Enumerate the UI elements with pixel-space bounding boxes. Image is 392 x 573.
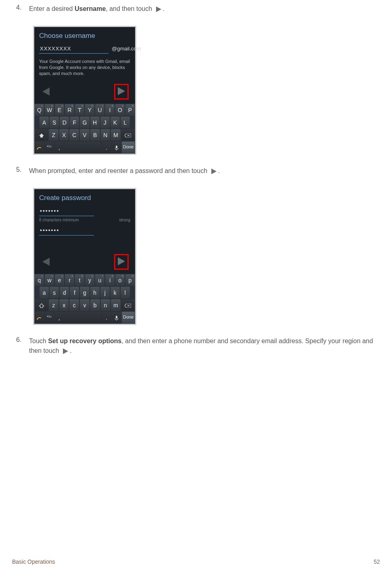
step-text: When prompted, enter and reenter a passw… [29, 166, 380, 176]
key-q[interactable]: 1Q [35, 104, 44, 116]
comma-key[interactable]: , [54, 312, 64, 323]
symbols-key[interactable]: +!= [45, 142, 54, 153]
key-b[interactable]: B [90, 129, 100, 141]
svg-marker-10 [42, 258, 50, 266]
step-text: Enter a desired Username, and then touch… [29, 4, 380, 14]
svg-marker-1 [42, 88, 50, 96]
key-b[interactable]: b [90, 299, 100, 311]
back-arrow-icon[interactable] [41, 256, 51, 267]
step-number: 4. [12, 4, 29, 11]
key-v[interactable]: v [80, 299, 90, 311]
screenshot-choose-username: Choose username @gmail.com Your Google A… [33, 26, 136, 155]
key-s[interactable]: S [50, 117, 59, 128]
keyboard: 1Q 2W 3E 4R 5T 6Y 7U 8I 9O 0P A S D F G … [34, 104, 135, 154]
key-u[interactable]: 7U [95, 104, 104, 116]
key-u[interactable]: 7u [95, 274, 104, 286]
key-y[interactable]: 6y [85, 274, 94, 286]
comma-key[interactable]: , [54, 142, 64, 153]
done-key[interactable]: Done [122, 142, 135, 153]
symbols-key[interactable]: +!= [45, 312, 54, 323]
back-arrow-icon[interactable] [41, 86, 51, 97]
next-button-highlight[interactable] [114, 254, 129, 270]
key-g[interactable]: g [80, 287, 89, 298]
password-confirm-input[interactable] [39, 225, 94, 235]
key-t[interactable]: 5T [75, 104, 84, 116]
key-y[interactable]: 6Y [85, 104, 94, 116]
key-f[interactable]: F [70, 117, 79, 128]
backspace-key[interactable] [121, 299, 135, 311]
key-o[interactable]: 9O [115, 104, 125, 116]
key-g[interactable]: G [80, 117, 89, 128]
swype-key[interactable] [35, 142, 44, 153]
backspace-key[interactable] [121, 129, 135, 141]
page-footer: Basic Operations 52 [12, 558, 380, 565]
space-key[interactable] [65, 312, 101, 323]
key-l[interactable]: l [121, 287, 130, 298]
next-arrow-icon [210, 168, 217, 175]
key-h[interactable]: H [90, 117, 100, 128]
keyboard: 1q 2w 3e 4r 5t 6y 7u 8i 9o 0p a s d f g … [34, 274, 135, 324]
mic-key[interactable] [112, 142, 121, 153]
key-a[interactable]: A [40, 117, 49, 128]
key-o[interactable]: 9o [115, 274, 125, 286]
key-d[interactable]: D [60, 117, 69, 128]
space-key[interactable] [65, 142, 101, 153]
key-r[interactable]: 4r [65, 274, 74, 286]
key-e[interactable]: 3E [55, 104, 64, 116]
key-a[interactable]: a [40, 287, 49, 298]
mic-key[interactable] [112, 312, 121, 323]
period-key[interactable]: . [102, 312, 111, 323]
key-x[interactable]: x [59, 299, 69, 311]
key-p[interactable]: 0p [125, 274, 135, 286]
svg-rect-7 [116, 146, 117, 148]
key-m[interactable]: m [111, 299, 121, 311]
key-j[interactable]: j [100, 287, 110, 298]
key-s[interactable]: s [50, 287, 59, 298]
swype-key[interactable] [35, 312, 44, 323]
key-d[interactable]: d [60, 287, 69, 298]
key-k[interactable]: K [111, 117, 120, 128]
next-button-highlight[interactable] [114, 84, 129, 100]
svg-marker-9 [211, 169, 217, 174]
key-z[interactable]: Z [49, 129, 58, 141]
screenshot-create-password: Create password 8 characters minimum str… [33, 188, 136, 325]
key-z[interactable]: z [49, 299, 58, 311]
key-k[interactable]: k [111, 287, 120, 298]
key-f[interactable]: f [70, 287, 79, 298]
step-4: 4. Enter a desired Username, and then to… [12, 4, 380, 155]
footer-section: Basic Operations [12, 558, 55, 565]
svg-marker-3 [39, 133, 44, 138]
key-q[interactable]: 1q [35, 274, 44, 286]
key-p[interactable]: 0P [125, 104, 135, 116]
key-v[interactable]: V [80, 129, 90, 141]
next-arrow-icon [155, 6, 162, 13]
key-n[interactable]: n [101, 299, 111, 311]
key-w[interactable]: 2w [45, 274, 54, 286]
step-number: 5. [12, 166, 29, 173]
key-e[interactable]: 3e [55, 274, 64, 286]
key-c[interactable]: c [69, 299, 79, 311]
key-c[interactable]: C [69, 129, 79, 141]
key-i[interactable]: 8I [105, 104, 115, 116]
key-w[interactable]: 2W [45, 104, 54, 116]
key-m[interactable]: M [111, 129, 121, 141]
svg-marker-2 [118, 87, 125, 95]
key-j[interactable]: J [100, 117, 110, 128]
key-r[interactable]: 4R [65, 104, 74, 116]
key-h[interactable]: h [90, 287, 100, 298]
svg-marker-4 [125, 133, 131, 138]
password-input[interactable] [39, 206, 94, 216]
shift-key[interactable] [35, 299, 48, 311]
shift-key[interactable] [35, 129, 48, 141]
screen-title: Create password [39, 194, 130, 202]
key-l[interactable]: L [121, 117, 130, 128]
username-input[interactable] [39, 44, 108, 54]
done-key[interactable]: Done [122, 312, 135, 323]
key-i[interactable]: 8i [105, 274, 115, 286]
key-t[interactable]: 5t [75, 274, 84, 286]
key-n[interactable]: N [101, 129, 111, 141]
key-x[interactable]: X [59, 129, 69, 141]
period-key[interactable]: . [102, 142, 111, 153]
svg-marker-0 [156, 6, 161, 12]
step-number: 6. [12, 336, 29, 344]
